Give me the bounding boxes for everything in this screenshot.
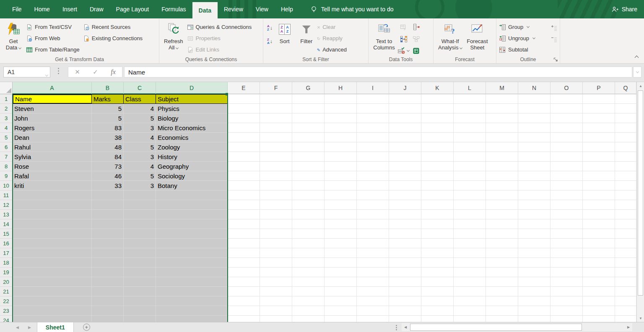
cell-O8[interactable] bbox=[551, 162, 583, 171]
cell-J10[interactable] bbox=[389, 181, 421, 190]
cell-M24[interactable] bbox=[486, 316, 518, 322]
cell-J4[interactable] bbox=[389, 123, 421, 133]
row-header-6[interactable]: 6 bbox=[0, 142, 13, 152]
row-header-4[interactable]: 4 bbox=[0, 123, 13, 133]
cell-N8[interactable] bbox=[518, 162, 551, 171]
cell-I7[interactable] bbox=[357, 152, 389, 162]
menu-tab-draw[interactable]: Draw bbox=[83, 0, 110, 18]
cell-C4[interactable]: 3 bbox=[124, 123, 156, 133]
cell-C5[interactable]: 4 bbox=[124, 133, 156, 142]
cell-E18[interactable] bbox=[228, 258, 260, 268]
row-header-16[interactable]: 16 bbox=[0, 239, 13, 248]
collapse-ribbon-button[interactable] bbox=[635, 56, 639, 60]
cell-M8[interactable] bbox=[486, 162, 518, 171]
cell-H21[interactable] bbox=[325, 287, 357, 296]
sheet-tab-sheet1[interactable]: Sheet1 bbox=[37, 322, 74, 332]
cell-N6[interactable] bbox=[518, 142, 551, 152]
cell-C3[interactable]: 5 bbox=[124, 113, 156, 123]
cell-J1[interactable] bbox=[389, 94, 421, 104]
cell-I10[interactable] bbox=[357, 181, 389, 190]
row-header-21[interactable]: 21 bbox=[0, 287, 13, 296]
cell-O19[interactable] bbox=[551, 268, 583, 277]
row-header-15[interactable]: 15 bbox=[0, 229, 13, 239]
name-box[interactable]: A1 bbox=[3, 67, 50, 77]
cell-N13[interactable] bbox=[518, 210, 551, 219]
cell-Q19[interactable] bbox=[615, 268, 636, 277]
cell-F6[interactable] bbox=[260, 142, 292, 152]
cell-K21[interactable] bbox=[421, 287, 454, 296]
horizontal-scrollbar[interactable]: ◀ ▶ bbox=[402, 323, 632, 331]
cell-K9[interactable] bbox=[421, 171, 454, 181]
cell-M18[interactable] bbox=[486, 258, 518, 268]
cell-C1[interactable]: Class bbox=[124, 94, 156, 104]
cell-F12[interactable] bbox=[260, 200, 292, 210]
row-header-20[interactable]: 20 bbox=[0, 277, 13, 287]
cell-Q3[interactable] bbox=[615, 113, 636, 123]
menu-tab-file[interactable]: File bbox=[6, 0, 28, 18]
cell-D6[interactable]: Zoology bbox=[156, 142, 228, 152]
cell-J2[interactable] bbox=[389, 104, 421, 113]
cell-F21[interactable] bbox=[260, 287, 292, 296]
cell-K17[interactable] bbox=[421, 248, 454, 258]
column-header-O[interactable]: O bbox=[551, 82, 583, 94]
cell-P17[interactable] bbox=[583, 248, 615, 258]
cell-C16[interactable] bbox=[124, 239, 156, 248]
cell-D13[interactable] bbox=[156, 210, 228, 219]
cell-O10[interactable] bbox=[551, 181, 583, 190]
cell-N11[interactable] bbox=[518, 190, 551, 200]
cell-F9[interactable] bbox=[260, 171, 292, 181]
prev-sheet-button[interactable]: ◀ bbox=[16, 325, 19, 329]
scroll-left-button[interactable]: ◀ bbox=[402, 323, 409, 331]
cell-K12[interactable] bbox=[421, 200, 454, 210]
cell-J13[interactable] bbox=[389, 210, 421, 219]
cell-D12[interactable] bbox=[156, 200, 228, 210]
cell-N10[interactable] bbox=[518, 181, 551, 190]
cell-K23[interactable] bbox=[421, 306, 454, 316]
cell-P18[interactable] bbox=[583, 258, 615, 268]
data-validation-button[interactable] bbox=[397, 47, 409, 55]
cell-H4[interactable] bbox=[325, 123, 357, 133]
cell-Q6[interactable] bbox=[615, 142, 636, 152]
menu-tab-help[interactable]: Help bbox=[275, 0, 299, 18]
cell-E12[interactable] bbox=[228, 200, 260, 210]
manage-data-model-button[interactable] bbox=[412, 47, 420, 55]
cell-F8[interactable] bbox=[260, 162, 292, 171]
cell-I19[interactable] bbox=[357, 268, 389, 277]
cell-L4[interactable] bbox=[454, 123, 486, 133]
cell-D9[interactable]: Sociology bbox=[156, 171, 228, 181]
cell-K4[interactable] bbox=[421, 123, 454, 133]
cell-I12[interactable] bbox=[357, 200, 389, 210]
cell-O13[interactable] bbox=[551, 210, 583, 219]
forecast-sheet-button[interactable]: Forecast Sheet bbox=[464, 20, 490, 57]
cell-B3[interactable]: 5 bbox=[92, 113, 124, 123]
cell-K14[interactable] bbox=[421, 219, 454, 229]
cell-P9[interactable] bbox=[583, 171, 615, 181]
cell-J20[interactable] bbox=[389, 277, 421, 287]
cell-L16[interactable] bbox=[454, 239, 486, 248]
cell-M20[interactable] bbox=[486, 277, 518, 287]
cell-A7[interactable]: Sylvia bbox=[13, 152, 92, 162]
cell-M3[interactable] bbox=[486, 113, 518, 123]
cell-F23[interactable] bbox=[260, 306, 292, 316]
cell-L14[interactable] bbox=[454, 219, 486, 229]
cell-D21[interactable] bbox=[156, 287, 228, 296]
cell-I23[interactable] bbox=[357, 306, 389, 316]
cell-A8[interactable]: Rose bbox=[13, 162, 92, 171]
cell-I6[interactable] bbox=[357, 142, 389, 152]
cell-A18[interactable] bbox=[13, 258, 92, 268]
cell-Q8[interactable] bbox=[615, 162, 636, 171]
cell-A23[interactable] bbox=[13, 306, 92, 316]
cell-G1[interactable] bbox=[292, 94, 325, 104]
column-header-H[interactable]: H bbox=[325, 82, 357, 94]
cell-K1[interactable] bbox=[421, 94, 454, 104]
cell-I1[interactable] bbox=[357, 94, 389, 104]
cell-Q4[interactable] bbox=[615, 123, 636, 133]
cell-D5[interactable]: Economics bbox=[156, 133, 228, 142]
cell-H17[interactable] bbox=[325, 248, 357, 258]
text-to-columns-button[interactable]: Text to Columns bbox=[371, 20, 397, 57]
cell-G8[interactable] bbox=[292, 162, 325, 171]
cell-D8[interactable]: Geography bbox=[156, 162, 228, 171]
cell-F5[interactable] bbox=[260, 133, 292, 142]
cell-K3[interactable] bbox=[421, 113, 454, 123]
cell-K16[interactable] bbox=[421, 239, 454, 248]
